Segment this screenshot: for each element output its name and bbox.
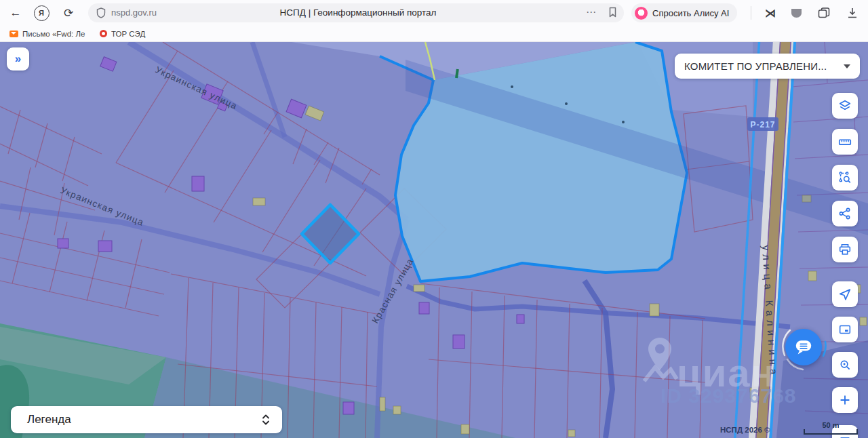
polygon-search-icon — [837, 170, 852, 185]
basemap-svg: Р-217 Украинская улица Украинская улица … — [0, 42, 868, 438]
refresh-icon[interactable]: ⟳ — [60, 0, 77, 26]
tool-area-search-button[interactable] — [832, 165, 858, 191]
chat-button[interactable] — [785, 329, 822, 365]
road-badge: Р-217 — [747, 117, 778, 131]
zoom-in-button[interactable] — [832, 387, 858, 413]
svg-text:Р-217: Р-217 — [750, 120, 775, 130]
mail-favicon — [9, 31, 18, 37]
tool-share-button[interactable] — [832, 201, 858, 226]
tool-print-button[interactable] — [832, 237, 858, 262]
cian-id-text: ID 329376768 — [660, 384, 797, 407]
tor-sed-favicon — [100, 30, 107, 37]
tool-measure-button[interactable] — [832, 129, 858, 155]
expand-collapse-icon[interactable] — [262, 414, 270, 426]
chat-widget[interactable] — [778, 322, 829, 372]
more-actions-icon[interactable]: ⋯ — [586, 6, 597, 18]
site-security-icon[interactable] — [96, 7, 106, 21]
address-bar[interactable]: nspd.gov.ru НСПД | Геоинформационный пор… — [88, 3, 624, 22]
browser-window: ← Я ⟳ nspd.gov.ru НСПД | Геоинформационн… — [0, 0, 868, 438]
legend-title: Легенда — [27, 413, 71, 426]
sidebar-expand-button[interactable]: » — [7, 47, 29, 71]
bookmark-flag-icon[interactable] — [608, 7, 617, 20]
back-icon[interactable]: ← — [7, 0, 24, 26]
place-search-icon — [837, 357, 852, 372]
chevron-down-icon — [844, 64, 850, 68]
ask-alice-button[interactable]: Спросить Алису AI — [631, 3, 737, 22]
navigation-arrow-icon — [837, 287, 852, 302]
tool-place-search-button[interactable] — [832, 352, 858, 378]
tool-minimap-button[interactable] — [832, 317, 858, 342]
double-chevron-right-icon: » — [15, 52, 21, 66]
alice-icon — [635, 7, 648, 20]
scale-bar: 50 m — [804, 421, 858, 435]
legend-panel[interactable]: Легенда — [11, 406, 282, 433]
scale-line — [804, 429, 858, 435]
tool-locate-button[interactable] — [832, 281, 858, 307]
url-text: nspd.gov.ru — [111, 7, 157, 18]
map-attribution: НСПД 2026 © — [720, 426, 770, 434]
browser-toolbar: ← Я ⟳ nspd.gov.ru НСПД | Геоинформационн… — [0, 0, 868, 26]
scale-text: 50 m — [804, 421, 858, 429]
kinopoisk-extension-icon[interactable]: ⋊ — [761, 0, 780, 26]
page-title: НСПД | Геоинформационный портал — [280, 7, 437, 18]
tool-layers-button[interactable] — [832, 93, 858, 119]
plus-icon — [837, 393, 852, 407]
printer-icon — [837, 242, 852, 257]
share-icon — [837, 206, 852, 221]
bookmarks-bar: Письмо «Fwd: Ле ТОР СЭД — [0, 26, 868, 42]
layer-selector-dropdown[interactable]: КОМИТЕТ ПО УПРАВЛЕНИ... — [675, 54, 860, 79]
layers-icon — [837, 98, 852, 113]
map-canvas[interactable]: Р-217 Украинская улица Украинская улица … — [0, 42, 868, 438]
toolbar-divider — [751, 6, 751, 20]
minimap-icon — [837, 322, 852, 337]
protect-shield-icon[interactable] — [787, 0, 806, 26]
bookmark-item-mail[interactable]: Письмо «Fwd: Ле — [9, 26, 85, 41]
yandex-services-icon[interactable]: Я — [33, 0, 50, 26]
chat-bubble-icon — [793, 338, 814, 357]
tabs-panel-icon[interactable] — [814, 0, 834, 26]
downloads-icon[interactable] — [842, 0, 863, 26]
bookmark-item-tor-sed[interactable]: ТОР СЭД — [100, 26, 145, 41]
ruler-icon — [837, 134, 852, 149]
